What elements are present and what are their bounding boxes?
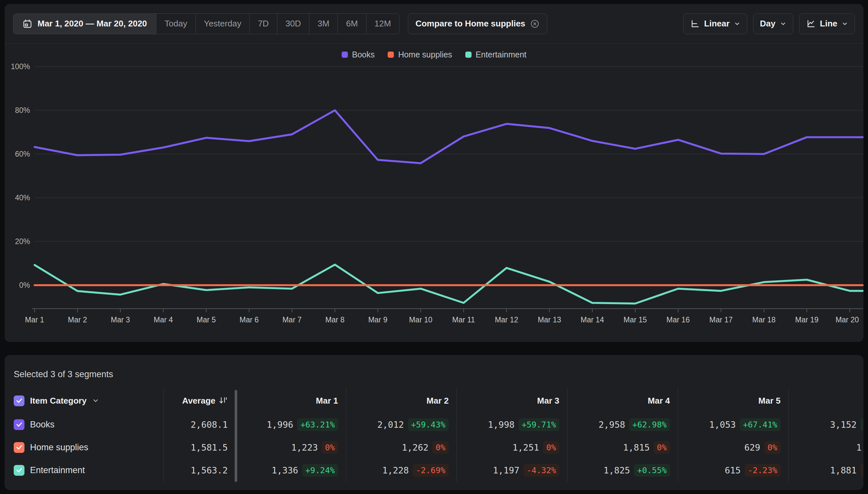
segment-checkbox-home-supplies[interactable] <box>14 442 24 453</box>
toolbar-right-group: Linear Day Line <box>683 13 855 34</box>
chart-card: Mar 1, 2020 — Mar 20, 2020 TodayYesterda… <box>4 4 864 342</box>
segment-label: Entertainment <box>30 465 85 475</box>
cell-value: 1,197 <box>493 465 519 475</box>
preset-today[interactable]: Today <box>156 14 195 34</box>
line-chart: 0%20%40%60%80%100%Mar 1Mar 2Mar 3Mar 4Ma… <box>4 50 864 342</box>
cell-value: 3,152 <box>830 420 856 430</box>
preset-12m[interactable]: 12M <box>366 14 399 34</box>
sort-descending-icon[interactable] <box>219 396 228 405</box>
name-column-label: Item Category <box>30 396 87 406</box>
select-all-checkbox[interactable] <box>14 396 24 406</box>
y-axis-tick-label: 100% <box>11 62 30 71</box>
date-column-header: Mar 3 <box>457 388 567 413</box>
date-column-header: Mar 1 <box>235 388 346 413</box>
value-cell: 615-2.23% <box>678 459 789 481</box>
cell-value: 1,881 <box>830 465 856 475</box>
cell-value: 2,012 <box>377 420 404 430</box>
table-scrollbar-thumb[interactable] <box>234 390 237 482</box>
percent-change-badge: 0% <box>543 441 559 454</box>
value-cell: 2,012+59.43% <box>346 413 457 436</box>
x-axis-tick-label: Mar 5 <box>196 316 216 324</box>
cell-value: 629 <box>744 442 760 453</box>
linear-scale-icon <box>690 19 700 29</box>
granularity-dropdown[interactable]: Day <box>753 13 793 34</box>
average-cell: 2,608.1 <box>164 413 235 436</box>
preset-7d[interactable]: 7D <box>249 14 277 34</box>
segment-row-entertainment: Entertainment <box>14 459 164 481</box>
chevron-down-icon <box>780 21 787 27</box>
value-cell: 1,2230% <box>235 436 346 459</box>
x-axis-tick-label: Mar 20 <box>835 316 859 324</box>
chevron-down-icon[interactable] <box>92 397 99 404</box>
cell-value: 1,998 <box>488 420 514 430</box>
chart-toolbar: Mar 1, 2020 — Mar 20, 2020 TodayYesterda… <box>4 4 864 44</box>
remove-compare-icon[interactable] <box>530 19 540 29</box>
percent-change-badge: -2.69% <box>413 464 449 477</box>
date-column-label: Mar 4 <box>648 396 670 406</box>
percent-change-badge: +67.41% <box>740 418 780 431</box>
x-axis-tick-label: Mar 16 <box>666 316 690 324</box>
value-cell: 1,053+67.41% <box>678 413 789 436</box>
y-axis-tick-label: 80% <box>15 106 30 115</box>
y-axis-tick-label: 0% <box>19 281 30 289</box>
value-cell: 6290% <box>678 436 789 459</box>
line-chart-icon <box>806 19 816 29</box>
chart-type-dropdown[interactable]: Line <box>799 13 855 34</box>
value-cell: 1,996+63.21% <box>235 413 346 436</box>
preset-yesterday[interactable]: Yesterday <box>195 14 250 34</box>
x-axis-tick-label: Mar 19 <box>795 316 819 324</box>
value-cell: 3,152+6 <box>789 413 864 436</box>
value-cell: 1,2510% <box>457 436 567 459</box>
segment-row-books: Books <box>14 413 164 436</box>
segment-checkbox-books[interactable] <box>14 419 24 430</box>
date-column-header <box>789 388 864 413</box>
value-cell: 1,998+59.71% <box>457 413 567 436</box>
cell-value: 1,996 <box>267 420 293 430</box>
preset-3m[interactable]: 3M <box>309 14 337 34</box>
value-cell: 1,197-4.32% <box>457 459 567 481</box>
percent-change-badge: -2.23% <box>744 464 780 477</box>
cell-value: 1,336 <box>271 465 298 475</box>
percent-change-badge: +9.24% <box>302 464 338 477</box>
series-line-books <box>35 110 863 163</box>
x-axis-tick-label: Mar 10 <box>409 316 432 324</box>
preset-30d[interactable]: 30D <box>277 14 309 34</box>
preset-6m[interactable]: 6M <box>337 14 366 34</box>
chevron-down-icon <box>842 21 848 27</box>
x-axis-tick-label: Mar 7 <box>282 316 302 324</box>
value-cell: 1,90 <box>789 436 864 459</box>
x-axis-tick-label: Mar 1 <box>25 316 44 324</box>
cell-value: 1,053 <box>709 420 736 430</box>
average-column-header[interactable]: Average <box>164 388 235 413</box>
date-range-button[interactable]: Mar 1, 2020 — Mar 20, 2020 <box>13 14 156 34</box>
cell-value: 1,228 <box>382 465 409 475</box>
value-cell: 1,336+9.24% <box>235 459 346 481</box>
date-column-label: Mar 5 <box>758 396 780 406</box>
average-cell: 1,581.5 <box>164 436 235 459</box>
x-axis-tick-label: Mar 3 <box>111 316 130 324</box>
x-axis-tick-label: Mar 14 <box>581 316 604 324</box>
average-cell: 1,563.2 <box>164 459 235 481</box>
name-column-header[interactable]: Item Category <box>14 388 164 413</box>
date-column-label: Mar 3 <box>537 396 559 406</box>
x-axis-tick-label: Mar 18 <box>752 316 776 324</box>
x-axis-tick-label: Mar 13 <box>538 316 561 324</box>
scale-dropdown[interactable]: Linear <box>683 13 747 34</box>
percent-change-badge: 0% <box>764 441 780 454</box>
calendar-icon <box>22 19 32 29</box>
date-range-control: Mar 1, 2020 — Mar 20, 2020 TodayYesterda… <box>13 13 399 34</box>
x-axis-tick-label: Mar 17 <box>710 316 733 324</box>
chevron-down-icon <box>734 21 740 27</box>
x-axis-tick-label: Mar 12 <box>495 316 518 324</box>
segment-label: Home supplies <box>30 442 89 453</box>
x-axis-tick-label: Mar 11 <box>452 316 475 324</box>
value-cell: 2,958+62.98% <box>567 413 678 436</box>
x-axis-tick-label: Mar 9 <box>368 316 387 324</box>
date-column-label: Mar 1 <box>316 396 338 406</box>
segment-label: Books <box>30 420 55 430</box>
compare-chip-label: Compare to Home supplies <box>415 19 525 29</box>
compare-chip[interactable]: Compare to Home supplies <box>408 13 547 34</box>
segment-checkbox-entertainment[interactable] <box>14 465 24 476</box>
value-cell: 1,825+0.55% <box>567 459 678 481</box>
cell-value: 2,958 <box>599 420 625 430</box>
